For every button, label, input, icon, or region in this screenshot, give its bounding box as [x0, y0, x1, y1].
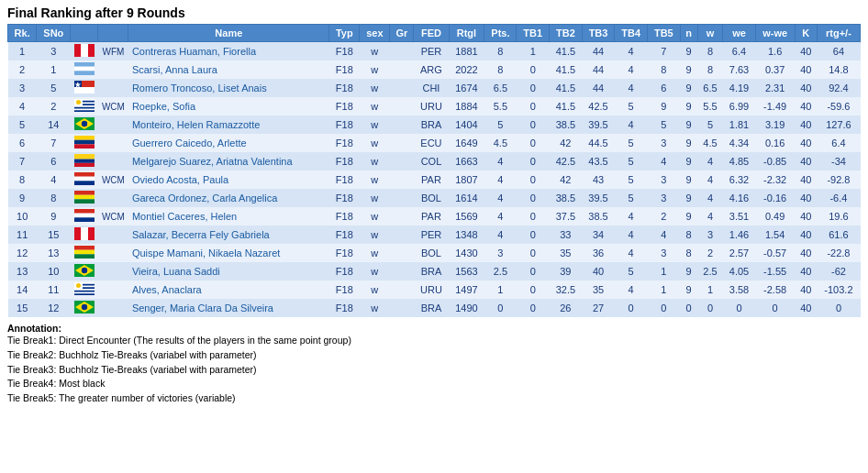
svg-rect-25: [74, 163, 95, 167]
cell-value: 1649: [449, 134, 484, 152]
cell-value: 0: [517, 207, 550, 226]
player-flag: [71, 207, 98, 226]
col-w: w: [697, 25, 723, 42]
svg-rect-31: [74, 199, 95, 204]
cell-value: 9: [680, 116, 697, 134]
table-row: 1310Vieira, Luana SaddiF18wBRA15632.5039…: [8, 262, 861, 280]
cell-value: 8: [697, 42, 723, 61]
cell-value: 5: [615, 262, 648, 280]
cell-value: URU: [414, 280, 449, 299]
cell-value: F18: [329, 42, 360, 61]
cell-value: 6.5: [697, 79, 723, 97]
cell-value: F18: [329, 97, 360, 116]
cell-value: 9: [680, 79, 697, 97]
cell-value: 9: [37, 207, 71, 226]
cell-value: 40: [795, 42, 817, 61]
cell-value: 0: [723, 299, 755, 317]
cell-value: 4: [484, 226, 517, 244]
player-title: [98, 262, 128, 280]
cell-value: [390, 152, 414, 170]
annotation-title: Annotation:: [7, 323, 61, 334]
svg-point-16: [76, 100, 81, 104]
cell-value: 4.5: [484, 134, 517, 152]
cell-value: w: [360, 244, 390, 262]
cell-value: 44: [582, 42, 615, 61]
cell-value: -103.2: [817, 280, 860, 299]
col-rtgl: Rtgl: [449, 25, 484, 42]
player-title: WFM: [98, 42, 128, 61]
player-title: WCM: [98, 207, 128, 226]
cell-value: 6: [37, 152, 71, 170]
cell-value: 0: [517, 152, 550, 170]
cell-value: 1: [648, 280, 681, 299]
player-flag: [71, 60, 98, 79]
cell-value: [390, 60, 414, 79]
cell-value: w: [360, 299, 390, 317]
cell-value: 5: [615, 189, 648, 207]
cell-value: 2: [697, 244, 723, 262]
cell-value: 40: [582, 262, 615, 280]
cell-value: 9: [648, 97, 681, 116]
svg-rect-5: [74, 71, 95, 75]
player-flag: [71, 299, 98, 317]
player-name: Senger, Maria Clara Da Silveira: [128, 299, 329, 317]
cell-value: 4.16: [723, 189, 755, 207]
svg-rect-30: [74, 195, 95, 200]
cell-value: 14: [37, 116, 71, 134]
cell-value: -0.57: [755, 244, 795, 262]
player-flag: [71, 244, 98, 262]
cell-value: 1.6: [755, 42, 795, 61]
svg-point-50: [76, 283, 81, 288]
cell-value: 0: [615, 299, 648, 317]
cell-value: 0: [517, 226, 550, 244]
cell-value: 2.31: [755, 79, 795, 97]
svg-point-19: [82, 121, 87, 126]
cell-value: PER: [414, 226, 449, 244]
annotation-line: Tie Break1: Direct Encounter (The result…: [7, 334, 861, 348]
cell-value: 13: [37, 244, 71, 262]
cell-value: BRA: [414, 299, 449, 317]
cell-value: 1663: [449, 152, 484, 170]
cell-value: 1.81: [723, 116, 755, 134]
cell-value: 6.99: [723, 97, 755, 116]
svg-rect-24: [74, 160, 95, 163]
cell-value: 4: [697, 170, 723, 189]
cell-value: 1490: [449, 299, 484, 317]
cell-value: 1497: [449, 280, 484, 299]
cell-value: 10: [8, 207, 37, 226]
cell-value: 0.16: [755, 134, 795, 152]
cell-value: BRA: [414, 116, 449, 134]
svg-rect-27: [74, 177, 95, 182]
cell-value: 4: [615, 280, 648, 299]
cell-value: 4.05: [723, 262, 755, 280]
cell-value: -22.8: [817, 244, 860, 262]
cell-value: -1.49: [755, 97, 795, 116]
cell-value: w: [360, 116, 390, 134]
cell-value: 4.5: [697, 134, 723, 152]
cell-value: 3: [648, 189, 681, 207]
player-name: Montiel Caceres, Helen: [128, 207, 329, 226]
cell-value: [390, 262, 414, 280]
cell-value: 1348: [449, 226, 484, 244]
cell-value: 4: [484, 170, 517, 189]
cell-value: 37.5: [550, 207, 583, 226]
cell-value: 38.5: [550, 116, 583, 134]
cell-value: 9: [680, 42, 697, 61]
player-name: Alves, Anaclara: [128, 280, 329, 299]
cell-value: URU: [414, 97, 449, 116]
main-container: Final Ranking after 9 Rounds Rk. SNo Nam…: [0, 0, 868, 412]
player-title: [98, 116, 128, 134]
col-name: Name: [128, 25, 329, 42]
table-row: 42WCMRoepke, SofiaF18wURU18845.5041.542.…: [8, 97, 861, 116]
col-k: K: [795, 25, 817, 42]
cell-value: PAR: [414, 170, 449, 189]
cell-value: BOL: [414, 244, 449, 262]
col-typ: Typ: [329, 25, 360, 42]
cell-value: 3.51: [723, 207, 755, 226]
cell-value: 4: [648, 152, 681, 170]
cell-value: 2.5: [484, 262, 517, 280]
cell-value: PAR: [414, 207, 449, 226]
col-pts: Pts.: [484, 25, 517, 42]
cell-value: 4: [615, 207, 648, 226]
cell-value: 8: [680, 226, 697, 244]
